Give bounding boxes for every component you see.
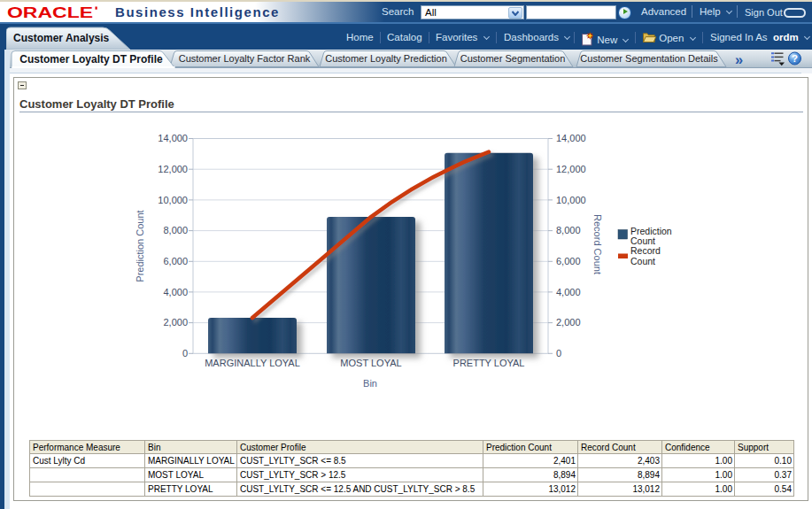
- svg-text:2,000: 2,000: [556, 317, 581, 328]
- svg-text:6,000: 6,000: [163, 256, 188, 266]
- svg-text:12,000: 12,000: [158, 164, 188, 174]
- svg-text:Record Count: Record Count: [592, 214, 603, 274]
- svg-text:10,000: 10,000: [158, 195, 188, 205]
- svg-text:MOST LOYAL: MOST LOYAL: [340, 358, 401, 368]
- svg-text:Count: Count: [630, 256, 655, 266]
- svg-text:Prediction: Prediction: [630, 226, 672, 236]
- svg-text:4,000: 4,000: [556, 287, 581, 297]
- svg-text:Customer Segmentation: Customer Segmentation: [460, 53, 566, 64]
- svg-text:0: 0: [556, 348, 561, 359]
- svg-text:10,000: 10,000: [556, 195, 586, 205]
- svg-text:Record: Record: [630, 245, 661, 256]
- svg-text:ORACLE: ORACLE: [7, 4, 93, 20]
- svg-text:6,000: 6,000: [556, 256, 581, 266]
- svg-text:8,000: 8,000: [556, 225, 581, 235]
- svg-text:Customer Segmentation Details: Customer Segmentation Details: [580, 53, 718, 64]
- svg-text:Customer Loyalty Prediction: Customer Loyalty Prediction: [325, 53, 447, 64]
- svg-text:4,000: 4,000: [163, 287, 188, 297]
- svg-text:»: »: [735, 51, 743, 67]
- svg-text:14,000: 14,000: [158, 133, 188, 143]
- svg-text:MARGINALLY LOYAL: MARGINALLY LOYAL: [205, 358, 300, 368]
- svg-text:Prediction Count: Prediction Count: [135, 210, 145, 281]
- svg-text:12,000: 12,000: [556, 164, 586, 174]
- svg-text:2,000: 2,000: [163, 317, 188, 328]
- svg-text:14,000: 14,000: [556, 133, 586, 143]
- svg-text:Bin: Bin: [363, 378, 377, 389]
- svg-text:PRETTY LOYAL: PRETTY LOYAL: [453, 358, 525, 368]
- svg-text:Customer Loyalty DT Profile: Customer Loyalty DT Profile: [19, 53, 163, 66]
- svg-text:8,000: 8,000: [163, 225, 188, 235]
- svg-text:?: ?: [792, 53, 798, 64]
- svg-text:0: 0: [182, 348, 188, 359]
- svg-text:Customer Loyalty Factor Rank: Customer Loyalty Factor Rank: [179, 53, 311, 64]
